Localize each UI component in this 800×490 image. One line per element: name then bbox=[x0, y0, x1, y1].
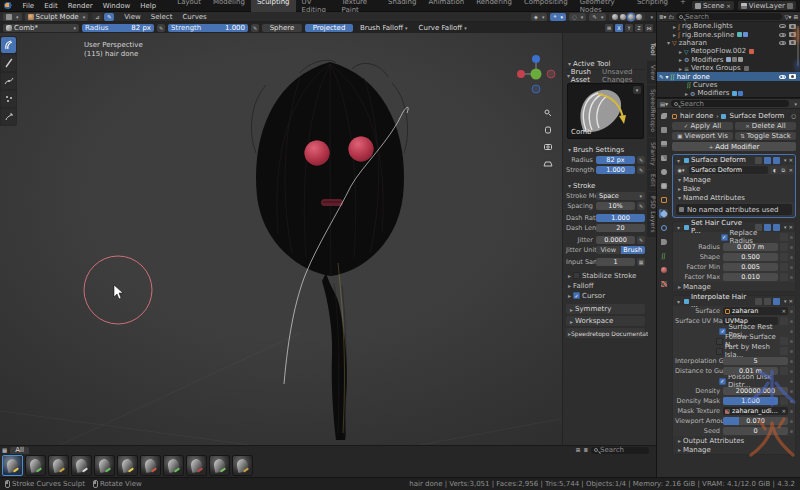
dash-length-field[interactable]: 20 bbox=[596, 224, 645, 232]
outliner-row[interactable]: ▸⚙ Modifiers bbox=[657, 56, 800, 64]
factor-min-field[interactable]: 0.005 bbox=[723, 263, 778, 271]
shelf-tab-all[interactable]: All bbox=[10, 447, 29, 454]
menu-select[interactable]: Select bbox=[146, 13, 178, 21]
outliner-row[interactable]: ▸▽ RetopoFlow.002 bbox=[657, 47, 800, 55]
radius-pressure-icon[interactable]: ✎ bbox=[637, 156, 645, 164]
manage-subpanel[interactable]: ▾Manage bbox=[673, 175, 795, 184]
input-samples-icon[interactable]: ▦ bbox=[637, 258, 645, 266]
brush-smooth-thumb[interactable] bbox=[163, 455, 184, 476]
edit-mode-toggle[interactable] bbox=[755, 298, 762, 305]
extras-menu-icon[interactable]: ▾ bbox=[784, 298, 787, 304]
add-modifier-button[interactable]: +Add Modifier bbox=[672, 142, 796, 151]
outliner-row[interactable]: ▸≡ Vertex Groups bbox=[657, 64, 800, 72]
workspace-section[interactable]: ▸Workspace bbox=[566, 316, 645, 326]
texture-tab[interactable] bbox=[659, 279, 668, 288]
outliner-row[interactable]: ▸ʃ rig.Bone.spline bbox=[657, 30, 800, 38]
menu-file[interactable]: File bbox=[17, 2, 39, 10]
extras-menu-icon[interactable]: ▾ bbox=[784, 157, 787, 163]
falloff-toggle[interactable]: ⊿ bbox=[92, 13, 102, 21]
brush-add-thumb[interactable] bbox=[25, 455, 46, 476]
follow-surface-normal-checkbox[interactable] bbox=[716, 338, 723, 345]
np-strength-slider[interactable]: 1.000 bbox=[596, 166, 635, 174]
attribute-toggle-icon[interactable] bbox=[780, 273, 788, 281]
editor-type-button[interactable]: ▾ bbox=[3, 13, 22, 21]
output-attributes-subpanel[interactable]: ▸Output Attributes bbox=[673, 436, 795, 445]
brush-pinch-thumb[interactable] bbox=[94, 455, 115, 476]
slide-tool-button[interactable] bbox=[1, 109, 16, 125]
hide-icon[interactable] bbox=[779, 24, 786, 28]
render-toggle[interactable] bbox=[773, 157, 780, 164]
object-tab[interactable] bbox=[659, 195, 668, 204]
physics-tab[interactable] bbox=[659, 223, 668, 232]
object-data-tab[interactable]: ʃʃ bbox=[659, 251, 668, 260]
mirror-z-toggle[interactable]: Z bbox=[635, 24, 643, 32]
viewport-3d[interactable]: User Perspective (115) hair done ▾Active… bbox=[0, 33, 657, 445]
filter-icon[interactable]: ▽▾ bbox=[784, 14, 791, 20]
apply-all-button[interactable]: ✓Apply All bbox=[672, 122, 733, 130]
outliner-search-input[interactable]: Search bbox=[676, 13, 783, 20]
brush-comb-thumb[interactable] bbox=[2, 455, 23, 476]
brush-puff-thumb[interactable] bbox=[71, 455, 92, 476]
extras-menu-icon[interactable]: ▾ bbox=[784, 224, 787, 230]
unlink-icon[interactable]: × bbox=[781, 408, 786, 414]
world-tab[interactable] bbox=[659, 181, 668, 190]
editor-divider[interactable] bbox=[657, 97, 800, 98]
menu-window[interactable]: Window bbox=[98, 2, 136, 10]
input-samples-field[interactable]: 1 bbox=[596, 258, 635, 266]
stabilize-stroke-checkbox[interactable] bbox=[573, 272, 580, 279]
jitter-pressure-icon[interactable]: ✎ bbox=[637, 236, 645, 244]
spacing-field[interactable]: 10% bbox=[596, 202, 635, 210]
brush-selector[interactable]: Comb* ▾ bbox=[3, 24, 79, 32]
viewport-vis-button[interactable]: ▣Viewport Vis bbox=[672, 132, 733, 140]
distance-field[interactable]: 0.01 m bbox=[723, 367, 778, 375]
camera-visibility-icon[interactable] bbox=[789, 32, 796, 37]
spacing-pressure-icon[interactable]: ✎ bbox=[637, 202, 645, 210]
np-radius-slider[interactable]: 82 px bbox=[596, 156, 635, 164]
mirror-y-toggle[interactable]: Y bbox=[625, 24, 633, 32]
breadcrumb-object[interactable]: hair done bbox=[680, 112, 713, 120]
brush-delete-thumb[interactable] bbox=[186, 455, 207, 476]
viewport-amount-slider[interactable]: 0.070 bbox=[723, 417, 788, 425]
stroke-method-dropdown[interactable]: Space▾ bbox=[596, 192, 645, 200]
brush-grow-thumb[interactable] bbox=[48, 455, 69, 476]
shelf-display-icon[interactable]: ⊞ bbox=[576, 447, 581, 453]
toggle-stack-button[interactable]: ⇅Toggle Stack bbox=[735, 132, 796, 140]
stabilize-stroke-row[interactable]: ▸ Stabilize Stroke bbox=[566, 271, 645, 280]
wireframe-shading-icon[interactable] bbox=[612, 14, 618, 20]
jitter-unit-view[interactable]: View bbox=[596, 246, 621, 254]
radius-slider[interactable]: Radius 82 px bbox=[82, 24, 154, 32]
strength-slider[interactable]: Strength 1.000 bbox=[168, 24, 248, 32]
modifiers-tab[interactable] bbox=[659, 209, 668, 218]
pin-icon[interactable]: ○ bbox=[791, 113, 796, 119]
shelf-search-input[interactable]: Search bbox=[591, 447, 649, 454]
realtime-toggle[interactable] bbox=[764, 298, 771, 305]
named-attributes-subpanel[interactable]: ▾Named Attributes bbox=[673, 193, 795, 202]
close-icon[interactable]: × bbox=[788, 224, 793, 230]
shelf-grid-icon[interactable]: ▦ bbox=[2, 447, 7, 453]
attribute-toggle-icon[interactable] bbox=[780, 253, 788, 261]
output-tab[interactable] bbox=[659, 139, 668, 148]
material-shading-icon[interactable] bbox=[628, 14, 634, 20]
jitter-unit-brush[interactable]: Brush bbox=[621, 246, 646, 254]
properties-options-icon[interactable]: ▾ bbox=[794, 101, 797, 107]
copy-settings-icon[interactable]: ⊞ bbox=[605, 24, 613, 32]
view-layer-tab[interactable] bbox=[659, 153, 668, 162]
mirror-x-toggle[interactable]: X bbox=[615, 24, 623, 32]
shelf-list-icon[interactable]: ≣ bbox=[583, 447, 588, 453]
mask-texture-field[interactable]: zaharan_udi... × bbox=[723, 407, 788, 415]
collection-icon[interactable]: 🗀 bbox=[668, 14, 674, 20]
attribute-toggle-icon[interactable] bbox=[780, 263, 788, 271]
projected-button[interactable]: Projected bbox=[305, 24, 353, 32]
properties-editor-icon[interactable]: ▤▾ bbox=[660, 101, 668, 107]
interpolation-guides-field[interactable]: 5 bbox=[723, 357, 788, 365]
constraints-tab[interactable] bbox=[659, 237, 668, 246]
cursor-checkbox[interactable]: ✓ bbox=[573, 292, 580, 299]
camera-visibility-icon[interactable] bbox=[789, 40, 796, 45]
tool-tab[interactable] bbox=[659, 111, 668, 120]
comb-tool-button[interactable] bbox=[1, 37, 16, 53]
strength-pressure-icon[interactable]: ✎ bbox=[637, 166, 645, 174]
proportional-edit-button[interactable]: ◌▾ bbox=[569, 13, 586, 21]
menu-curves[interactable]: Curves bbox=[177, 13, 211, 21]
unlink-icon[interactable]: × bbox=[781, 308, 786, 314]
outliner-row[interactable]: ▾▽ zaharan bbox=[657, 39, 800, 47]
